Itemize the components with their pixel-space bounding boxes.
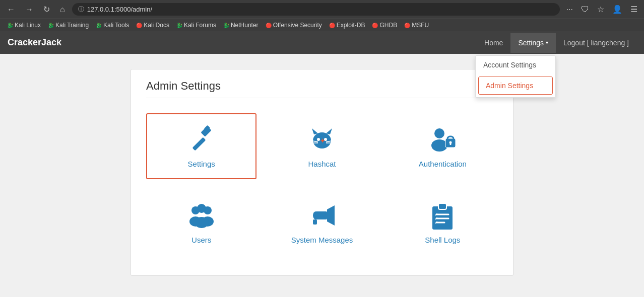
svg-point-14 [431, 139, 447, 152]
star-button[interactable]: ☆ [595, 4, 607, 15]
authentication-label: Authentication [419, 160, 467, 168]
bookmark-kali-tools-icon: 🐉 [96, 23, 102, 28]
bookmark-exploit-db-icon: 🔴 [329, 23, 335, 28]
profile-button[interactable]: 👤 [610, 4, 625, 15]
bookmark-nethunter-label: NetHunter [231, 22, 259, 29]
bookmark-msfu-icon: 🔴 [404, 23, 410, 28]
settings-nav-link[interactable]: Settings ▾ [510, 33, 556, 53]
bookmark-kali-docs-icon: 🔴 [136, 23, 142, 28]
svg-text:✓: ✓ [434, 220, 438, 225]
shell-logs-cell[interactable]: ✓ ✓ ✓ Shell Logs [388, 189, 498, 255]
users-cell[interactable]: Users [146, 189, 256, 255]
secure-icon: ⓘ [78, 5, 84, 14]
admin-settings-menu-item[interactable]: Admin Settings [478, 77, 553, 95]
bookmark-offensive-security[interactable]: 🔴 Offensive Security [263, 21, 325, 30]
bookmark-msfu[interactable]: 🔴 MSFU [401, 21, 432, 30]
url-port: :5000 [114, 6, 131, 13]
svg-marker-4 [312, 128, 318, 134]
browser-toolbar: ← → ↻ ⌂ ⓘ 127.0.0.1:5000/admin/ ··· 🛡 ☆ … [0, 0, 644, 19]
app-brand: CrackerJack [8, 37, 477, 48]
icon-grid: Settings [146, 113, 498, 255]
settings-dropdown-menu: Account Settings Admin Settings [475, 55, 556, 98]
bookmark-ghdb-icon: 🔴 [372, 23, 378, 28]
bookmark-kali-training-icon: 🐉 [48, 23, 54, 28]
settings-dropdown-arrow: ▾ [546, 40, 548, 45]
url-display: 127.0.0.1:5000/admin/ [87, 6, 152, 13]
authentication-icon [427, 124, 458, 155]
reload-button[interactable]: ↻ [40, 4, 53, 15]
app-wrapper: CrackerJack Home Settings ▾ Account Sett… [0, 31, 644, 291]
users-icon [186, 200, 217, 231]
hashcat-label: Hashcat [308, 160, 336, 168]
shell-logs-label: Shell Logs [425, 236, 460, 244]
svg-marker-5 [326, 128, 332, 134]
bookmark-offensive-security-label: Offensive Security [273, 22, 322, 29]
back-button[interactable]: ← [4, 4, 18, 15]
shield-button[interactable]: 🛡 [578, 4, 592, 15]
forward-button[interactable]: → [22, 4, 36, 15]
hashcat-cell[interactable]: ✦ Hashcat [267, 113, 377, 179]
bookmark-kali-docs-label: Kali Docs [144, 22, 169, 29]
bookmark-kali-forums[interactable]: 🐉 Kali Forums [173, 21, 219, 30]
bookmark-exploit-db-label: Exploit-DB [337, 22, 365, 29]
address-bar[interactable]: ⓘ 127.0.0.1:5000/admin/ [72, 3, 560, 16]
bookmark-ghdb[interactable]: 🔴 GHDB [369, 21, 400, 30]
svg-text:✦: ✦ [320, 137, 325, 144]
url-path: /admin/ [131, 6, 152, 13]
svg-rect-26 [316, 211, 327, 219]
home-nav-link[interactable]: Home [477, 33, 510, 53]
url-domain: 127.0.0.1 [87, 6, 114, 13]
settings-cell[interactable]: Settings [146, 113, 256, 179]
bookmarks-bar: 🐉 Kali Linux 🐉 Kali Training 🐉 Kali Tool… [0, 19, 644, 31]
hashcat-icon: ✦ [307, 124, 337, 155]
bookmark-kali-forums-icon: 🐉 [176, 23, 182, 28]
bookmark-kali-training[interactable]: 🐉 Kali Training [45, 21, 92, 30]
settings-dropdown-wrapper: Settings ▾ Account Settings Admin Settin… [510, 33, 556, 53]
authentication-cell[interactable]: Authentication [388, 113, 498, 179]
admin-panel: Admin Settings Settings [131, 69, 513, 276]
settings-label: Settings [188, 160, 215, 168]
svg-point-13 [434, 128, 444, 138]
bookmark-kali-linux-label: Kali Linux [15, 22, 41, 29]
toolbar-right: ··· 🛡 ☆ 👤 ☰ [564, 4, 640, 15]
svg-rect-0 [192, 137, 206, 151]
bookmark-msfu-label: MSFU [412, 22, 429, 29]
nav-links: Home Settings ▾ Account Settings Admin S… [477, 33, 636, 53]
users-label: Users [191, 236, 211, 244]
bookmark-nethunter[interactable]: 🐉 NetHunter [220, 21, 262, 30]
system-messages-label: System Messages [291, 236, 353, 244]
home-button[interactable]: ⌂ [57, 4, 68, 15]
bookmark-offensive-security-icon: 🔴 [266, 23, 272, 28]
account-settings-menu-item[interactable]: Account Settings [476, 56, 555, 74]
browser-chrome: ← → ↻ ⌂ ⓘ 127.0.0.1:5000/admin/ ··· 🛡 ☆ … [0, 0, 644, 31]
bookmark-kali-tools-label: Kali Tools [103, 22, 129, 29]
bookmark-kali-linux-icon: 🐉 [7, 23, 13, 28]
settings-icon [186, 124, 217, 155]
menu-button[interactable]: ☰ [628, 4, 640, 15]
bookmark-kali-tools[interactable]: 🐉 Kali Tools [93, 21, 132, 30]
bookmark-kali-docs[interactable]: 🔴 Kali Docs [133, 21, 172, 30]
svg-point-23 [197, 204, 206, 213]
svg-marker-27 [327, 205, 335, 226]
svg-point-24 [195, 217, 209, 228]
top-nav: CrackerJack Home Settings ▾ Account Sett… [0, 31, 644, 54]
logout-nav-link[interactable]: Logout [ liangcheng ] [556, 33, 636, 53]
svg-rect-18 [450, 142, 452, 145]
svg-rect-28 [313, 219, 317, 225]
bookmark-ghdb-label: GHDB [379, 22, 397, 29]
bookmark-nethunter-icon: 🐉 [223, 23, 229, 28]
system-messages-icon [307, 200, 337, 231]
more-button[interactable]: ··· [564, 4, 575, 15]
bookmark-kali-linux[interactable]: 🐉 Kali Linux [4, 21, 44, 30]
admin-panel-title: Admin Settings [146, 80, 498, 98]
svg-rect-30 [438, 203, 446, 209]
shell-logs-icon: ✓ ✓ ✓ [427, 200, 458, 231]
bookmark-exploit-db[interactable]: 🔴 Exploit-DB [326, 21, 368, 30]
bookmark-kali-forums-label: Kali Forums [184, 22, 216, 29]
bookmark-kali-training-label: Kali Training [55, 22, 89, 29]
system-messages-cell[interactable]: System Messages [267, 189, 377, 255]
settings-label: Settings [518, 39, 544, 47]
